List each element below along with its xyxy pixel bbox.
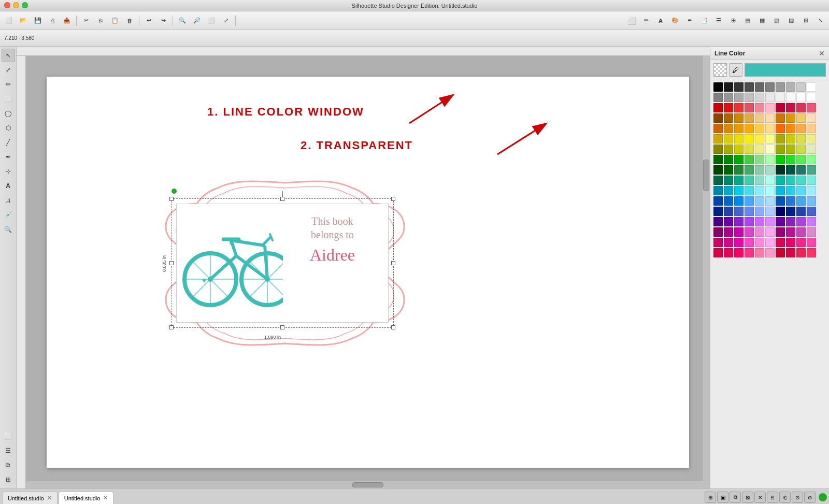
swatch-dkp8[interactable] [786,248,795,257]
swatch-lb8[interactable] [786,186,795,195]
swatch-b1[interactable] [713,196,723,206]
swatch-o10[interactable] [807,124,816,133]
swatch-yg7[interactable] [776,145,785,154]
swatch-o6[interactable] [765,124,775,133]
swatch-r9[interactable] [796,103,806,112]
swatch-1a[interactable] [724,82,733,92]
swatch-dkp5[interactable] [755,248,764,257]
swatch-o1[interactable] [713,124,723,133]
maximize-button[interactable] [22,2,28,8]
swatch-lb2[interactable] [724,186,733,195]
toolbar-draw-mode[interactable]: ✏ [639,14,653,27]
toolbar-transform[interactable]: ⊞ [726,14,740,27]
swatch-gd8[interactable] [786,165,795,175]
bottom-btn-circle[interactable]: ⊙ [792,492,803,503]
handle-mr[interactable] [391,261,395,265]
swatch-p8[interactable] [786,217,795,226]
swatch-o5[interactable] [755,124,764,133]
swatch-6a[interactable] [776,82,785,92]
toolbar-layers[interactable]: 📑 [697,14,711,27]
swatch-p7[interactable] [776,217,785,226]
panel-close-button[interactable]: ✕ [819,50,825,57]
toolbar-copy[interactable]: ⎘ [94,14,107,27]
swatch-r8[interactable] [786,103,795,112]
swatch-y7[interactable] [776,134,785,143]
swatch-g8[interactable] [786,93,795,102]
swatch-b9[interactable] [796,196,806,206]
swatch-y6[interactable] [765,134,775,143]
toolbar-open[interactable]: 📂 [17,14,30,27]
toolbar-panel4[interactable]: ▨ [784,14,798,27]
swatch-3a[interactable] [745,82,754,92]
swatch-t10[interactable] [807,176,816,185]
swatch-db6[interactable] [765,207,775,216]
swatch-gb7[interactable] [776,155,785,164]
tab-2[interactable]: Untitled.studio ✕ [59,492,114,504]
tool-pencil[interactable]: ✏ [2,78,15,91]
toolbar-paste[interactable]: 📋 [108,14,122,27]
toolbar-expand[interactable]: ⤡ [813,14,827,27]
bottom-btn-delete[interactable]: ⊠ [742,492,753,503]
bottom-btn-grid[interactable]: ⊞ [705,492,716,503]
swatch-lb10[interactable] [807,186,816,195]
swatch-b8[interactable] [786,196,795,206]
swatch-g4[interactable] [745,93,754,102]
tool-rectangle[interactable]: ⬜ [2,92,15,106]
swatch-p6[interactable] [765,217,775,226]
swatch-b4[interactable] [745,196,754,206]
swatch-o7[interactable] [776,124,785,133]
swatch-o2[interactable] [724,124,733,133]
tab-1[interactable]: Untitled.studio ✕ [2,492,58,504]
toolbar-redo[interactable]: ↪ [156,14,170,27]
swatch-br10[interactable] [807,113,816,123]
swatch-gd1[interactable] [713,165,723,175]
canvas-area[interactable]: 1. LINE COLOR WINDOW 2. TRANSPARENT [26,56,710,488]
swatch-o8[interactable] [786,124,795,133]
swatch-b10[interactable] [807,196,816,206]
tool-line[interactable]: ╱ [2,136,15,149]
handle-br[interactable] [391,325,395,329]
handle-tl[interactable] [169,197,174,201]
scroll-thumb-h[interactable] [352,482,383,487]
swatch-gb4[interactable] [745,155,754,164]
swatch-r7[interactable] [776,103,785,112]
bottom-btn-close[interactable]: ✕ [754,492,766,503]
toolbar-panel3[interactable]: ▧ [770,14,783,27]
tool-select[interactable]: ↖ [2,49,15,62]
swatch-lb1[interactable] [713,186,723,195]
swatch-t5[interactable] [755,176,764,185]
swatch-o3[interactable] [734,124,744,133]
toolbar-fit[interactable]: ⬜ [205,14,218,27]
minimize-button[interactable] [13,2,19,8]
swatch-db1[interactable] [713,207,723,216]
swatch-b5[interactable] [755,196,764,206]
swatch-yg1[interactable] [713,145,723,154]
swatch-y1[interactable] [713,134,723,143]
handle-tc[interactable] [280,197,284,201]
swatch-yg6[interactable] [765,145,775,154]
swatch-lb6[interactable] [765,186,775,195]
tool-zoom[interactable]: 🔍 [2,223,15,236]
swatch-db2[interactable] [724,207,733,216]
tool-eyedropper[interactable]: 💉 [2,208,15,222]
swatch-hp7[interactable] [776,238,785,247]
swatch-r2[interactable] [724,103,733,112]
toolbar-select-mode[interactable]: ⬜ [625,14,638,27]
tab-1-close[interactable]: ✕ [47,495,52,501]
swatch-gb10[interactable] [807,155,816,164]
toolbar-zoom-in[interactable]: 🔍 [176,14,189,27]
swatch-pp6[interactable] [765,227,775,237]
tool-panel-d[interactable]: ⊞ [2,473,15,486]
swatch-r3[interactable] [734,103,744,112]
swatch-yg8[interactable] [786,145,795,154]
swatch-hp2[interactable] [724,238,733,247]
bottom-btn-paste[interactable]: ⎗ [779,492,791,503]
tool-calligraphy[interactable]: 𝓐 [2,194,15,207]
toolbar-panel1[interactable]: ▤ [741,14,754,27]
swatch-p2[interactable] [724,217,733,226]
tool-transform[interactable]: ⤢ [2,63,15,77]
swatch-br2[interactable] [724,113,733,123]
swatch-y4[interactable] [745,134,754,143]
swatch-hp3[interactable] [734,238,744,247]
toolbar-align[interactable]: ☰ [712,14,725,27]
